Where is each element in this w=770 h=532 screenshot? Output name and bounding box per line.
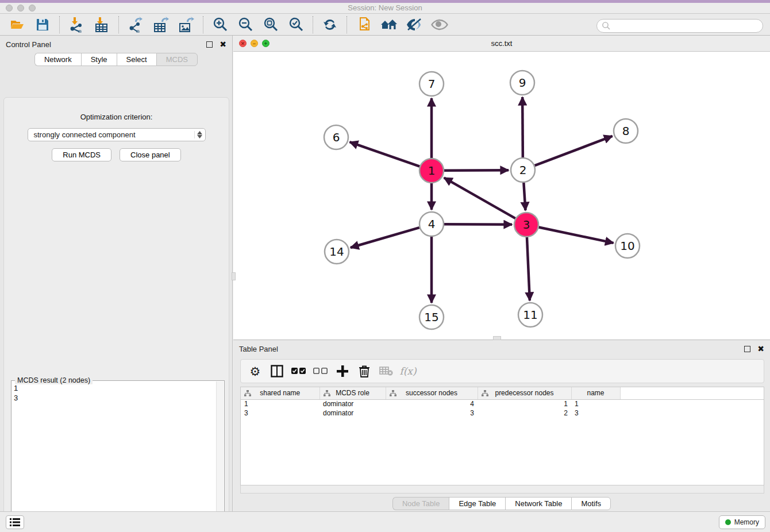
graph-node-4[interactable]: 4 — [419, 212, 444, 236]
graph-edge-4-3[interactable] — [444, 224, 512, 225]
optimization-criterion-label: Optimization criterion: — [4, 113, 229, 121]
graph-node-8[interactable]: 8 — [614, 119, 638, 143]
search-input[interactable] — [596, 19, 763, 33]
home-icon[interactable] — [380, 16, 398, 33]
table-hscrollbar[interactable] — [240, 485, 764, 494]
graph-node-3[interactable]: 3 — [514, 213, 538, 237]
column-header-shared-name[interactable]: shared name — [241, 387, 319, 399]
svg-text:3: 3 — [523, 218, 530, 232]
mcds-panel: Optimization criterion: strongly connect… — [3, 97, 229, 532]
graph-edge-4-14[interactable] — [351, 228, 419, 248]
mcds-result-item[interactable]: 1 — [14, 383, 216, 393]
split-view-icon[interactable] — [268, 363, 286, 379]
svg-text:7: 7 — [428, 77, 436, 91]
splitter-handle-horizontal[interactable] — [493, 336, 501, 340]
show-graphics-details-icon[interactable] — [431, 16, 448, 33]
mcds-result-group: MCDS result (2 nodes) 13 — [11, 380, 225, 532]
tab-network-table[interactable]: Network Table — [505, 497, 571, 510]
svg-text:11: 11 — [523, 308, 537, 322]
close-table-panel-icon[interactable]: ✖ — [757, 345, 764, 353]
apply-layout-icon[interactable] — [321, 16, 338, 33]
graph-edge-1-6[interactable] — [350, 142, 420, 166]
network-graph[interactable]: 7968124314101511 — [233, 52, 770, 340]
graph-node-1[interactable]: 1 — [419, 159, 444, 183]
svg-text:10: 10 — [620, 239, 634, 253]
tab-node-table[interactable]: Node Table — [392, 497, 449, 510]
tab-network[interactable]: Network — [34, 53, 81, 66]
tab-edge-table[interactable]: Edge Table — [449, 497, 505, 510]
import-table-icon[interactable] — [93, 16, 110, 33]
network-view-titlebar[interactable]: scc.txt ✕ − + — [233, 36, 770, 52]
tab-style[interactable]: Style — [81, 53, 117, 66]
column-header-name[interactable]: name — [571, 387, 620, 399]
graph-node-15[interactable]: 15 — [419, 305, 444, 329]
save-session-icon[interactable] — [34, 16, 51, 33]
graph-edge-2-8[interactable] — [535, 136, 613, 165]
graph-node-10[interactable]: 10 — [615, 234, 640, 258]
tab-motifs[interactable]: Motifs — [571, 497, 611, 510]
zoom-selected-icon[interactable] — [287, 16, 305, 33]
zoom-fit-icon[interactable] — [262, 16, 279, 33]
control-panel-title: Control Panel — [6, 40, 51, 49]
tab-select[interactable]: Select — [117, 53, 156, 66]
export-image-icon[interactable] — [178, 16, 195, 33]
graph-node-7[interactable]: 7 — [419, 72, 444, 96]
close-panel-button[interactable]: Close panel — [120, 148, 181, 161]
column-type-icon — [390, 390, 396, 396]
memory-status-icon — [725, 519, 731, 525]
export-table-icon[interactable] — [152, 16, 170, 33]
toolbar-separator — [346, 16, 347, 33]
network-canvas[interactable]: 7968124314101511 — [233, 52, 770, 340]
splitter-handle-vertical[interactable] — [232, 272, 236, 280]
table-row[interactable]: 3dominator323 — [241, 408, 764, 418]
toolbar-separator — [118, 16, 119, 33]
column-header-predecessor-nodes[interactable]: predecessor nodes — [478, 387, 571, 399]
graph-edge-2-9[interactable] — [522, 97, 523, 157]
criterion-dropdown[interactable]: strongly connected component — [28, 128, 206, 141]
column-settings-icon[interactable]: ⚙ — [247, 363, 264, 379]
open-session-icon[interactable] — [9, 16, 26, 33]
delete-table-icon — [378, 363, 395, 379]
export-network-icon[interactable] — [127, 16, 144, 33]
mcds-result-item[interactable]: 3 — [14, 393, 216, 403]
hide-graphics-details-icon[interactable] — [406, 16, 423, 33]
clone-network-icon[interactable] — [355, 16, 372, 33]
graph-edge-1-2[interactable] — [444, 170, 509, 171]
svg-text:15: 15 — [424, 310, 438, 324]
titlebar: Session: New Session — [0, 3, 770, 14]
run-mcds-button[interactable]: Run MCDS — [52, 148, 111, 161]
graph-edge-2-3[interactable] — [523, 183, 525, 210]
column-header-successor-nodes[interactable]: successor nodes — [386, 387, 478, 399]
graph-node-6[interactable]: 6 — [324, 125, 348, 149]
graph-edge-3-11[interactable] — [527, 237, 530, 300]
network-view-window: scc.txt ✕ − + 7968124314101511 — [233, 36, 770, 340]
add-column-icon[interactable] — [334, 363, 351, 379]
show-all-columns-icon[interactable] — [290, 363, 307, 379]
criterion-value: strongly connected component — [34, 130, 194, 139]
tab-mcds[interactable]: MCDS — [156, 53, 198, 66]
table-row[interactable]: 1dominator411 — [241, 399, 764, 408]
mcds-result-list[interactable]: 13 — [14, 383, 216, 532]
column-header-MCDS-role[interactable]: MCDS role — [319, 387, 386, 399]
float-panel-icon[interactable] — [206, 41, 213, 48]
close-panel-icon[interactable]: ✖ — [220, 40, 226, 48]
function-builder-icon: f(x) — [399, 363, 417, 379]
delete-column-icon[interactable] — [356, 363, 373, 379]
graph-node-9[interactable]: 9 — [510, 71, 534, 95]
hide-all-columns-icon[interactable] — [312, 363, 329, 379]
memory-button[interactable]: Memory — [719, 515, 765, 529]
task-history-button[interactable] — [6, 515, 24, 529]
node-table[interactable]: shared nameMCDS rolesuccessor nodesprede… — [240, 387, 764, 485]
zoom-in-icon[interactable] — [211, 16, 229, 33]
result-scrollbar[interactable] — [216, 381, 224, 532]
zoom-out-icon[interactable] — [237, 16, 254, 33]
float-table-panel-icon[interactable] — [744, 346, 750, 352]
graph-node-2[interactable]: 2 — [511, 158, 535, 182]
graph-edge-3-10[interactable] — [539, 228, 614, 243]
graph-node-14[interactable]: 14 — [325, 240, 349, 264]
column-header-filler — [620, 387, 764, 399]
import-network-icon[interactable] — [68, 16, 85, 33]
graph-edge-3-1[interactable] — [444, 178, 515, 218]
svg-text:4: 4 — [428, 217, 436, 231]
graph-node-11[interactable]: 11 — [518, 303, 542, 327]
